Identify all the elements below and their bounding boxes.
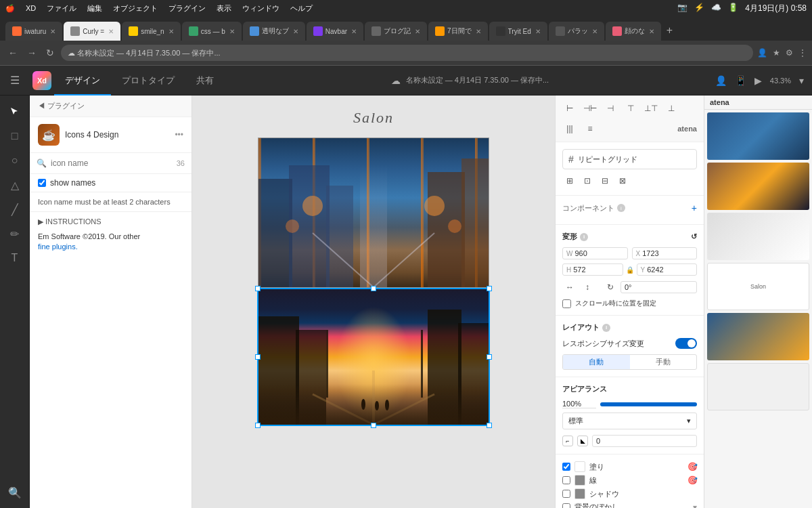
fill-picker-icon[interactable]: 🎯 bbox=[687, 462, 697, 471]
rotate-icon[interactable]: ↻ bbox=[603, 280, 618, 295]
thumb-4[interactable]: Salon bbox=[707, 263, 809, 310]
rg-option-3[interactable]: ⊟ bbox=[597, 173, 612, 188]
browser-tab-8[interactable]: Tryit Ed ✕ bbox=[489, 22, 547, 41]
opacity-bar[interactable] bbox=[600, 402, 697, 406]
browser-tab-9[interactable]: パラッ ✕ bbox=[549, 22, 604, 41]
align-bottom-button[interactable]: ⊥ bbox=[664, 101, 679, 116]
tab-close[interactable]: ✕ bbox=[476, 28, 481, 35]
browser-tab-7[interactable]: 7日間で ✕ bbox=[428, 22, 488, 41]
width-input[interactable] bbox=[574, 249, 623, 257]
address-bar[interactable]: ☁ 名称未設定 — 4月14日 7.35.00 — 保存中... bbox=[61, 45, 753, 61]
canvas-area[interactable]: Salon bbox=[192, 96, 555, 508]
browser-tab-2[interactable]: smile_n ✕ bbox=[122, 22, 180, 41]
rectangle-tool[interactable]: □ bbox=[4, 125, 26, 147]
repeat-grid-button[interactable]: # リピートグリッド bbox=[562, 149, 697, 169]
canvas-image-2[interactable] bbox=[257, 288, 490, 426]
y-input[interactable] bbox=[647, 266, 693, 274]
canvas-image-1[interactable] bbox=[258, 137, 489, 288]
new-tab-button[interactable]: + bbox=[662, 24, 677, 37]
flip-h-icon[interactable]: ↔ bbox=[562, 280, 577, 295]
browser-tab-1[interactable]: Curly = ✕ bbox=[64, 22, 120, 41]
manual-tab[interactable]: 手動 bbox=[630, 355, 697, 369]
instructions-header[interactable]: ▶ INSTRUCTIONS bbox=[38, 217, 183, 226]
icon-search-input[interactable] bbox=[51, 158, 173, 168]
rg-option-1[interactable]: ⊞ bbox=[562, 173, 577, 188]
browser-tab-10[interactable]: 顔のな ✕ bbox=[606, 22, 661, 41]
blur-checkbox[interactable] bbox=[562, 503, 570, 509]
fine-plugins-link[interactable]: fine plugins. bbox=[38, 242, 78, 251]
height-input[interactable] bbox=[573, 266, 618, 274]
tab-close[interactable]: ✕ bbox=[592, 28, 597, 35]
fill-checkbox[interactable] bbox=[562, 463, 570, 471]
layout-info-icon[interactable]: i bbox=[602, 324, 610, 332]
responsive-toggle[interactable] bbox=[675, 338, 697, 349]
align-right-button[interactable]: ⊣ bbox=[603, 101, 618, 116]
menu-icon[interactable]: ⋮ bbox=[798, 48, 807, 58]
plugin-options-menu[interactable]: ••• bbox=[175, 130, 183, 140]
tab-close[interactable]: ✕ bbox=[293, 28, 298, 35]
align-center-h-button[interactable]: ⊣⊢ bbox=[583, 101, 597, 116]
menu-file[interactable]: ファイル bbox=[47, 3, 76, 14]
browser-tab-4[interactable]: 透明なブ ✕ bbox=[243, 22, 305, 41]
menu-window[interactable]: ウィンドウ bbox=[242, 3, 279, 14]
lock-aspect-icon[interactable]: 🔒 bbox=[626, 266, 634, 274]
thumb-1[interactable] bbox=[707, 112, 809, 160]
fill-swatch[interactable] bbox=[574, 461, 585, 472]
text-tool[interactable]: T bbox=[4, 247, 26, 269]
tab-close[interactable]: ✕ bbox=[50, 28, 55, 35]
zoom-level[interactable]: 43.3% bbox=[770, 77, 791, 85]
thumb-2[interactable] bbox=[707, 163, 809, 210]
sidebar-toggle[interactable]: ☰ bbox=[0, 66, 30, 96]
extensions-icon[interactable]: ⚙ bbox=[786, 48, 793, 58]
border-swatch[interactable] bbox=[574, 475, 585, 486]
x-input[interactable] bbox=[642, 249, 693, 257]
thumb-5[interactable] bbox=[707, 313, 809, 360]
rg-option-4[interactable]: ⊠ bbox=[615, 173, 630, 188]
tab-close[interactable]: ✕ bbox=[108, 28, 114, 35]
thumb-6[interactable] bbox=[707, 363, 809, 410]
align-top-button[interactable]: ⊤ bbox=[623, 101, 638, 116]
align-left-button[interactable]: ⊢ bbox=[562, 101, 577, 116]
device-icon[interactable]: 📱 bbox=[735, 75, 746, 86]
opacity-input[interactable] bbox=[562, 400, 596, 408]
tab-close[interactable]: ✕ bbox=[415, 28, 420, 35]
pen-tool[interactable]: ✏ bbox=[4, 223, 26, 245]
distribute-h-button[interactable]: ||| bbox=[562, 121, 577, 136]
zoom-tool[interactable]: 🔍 bbox=[4, 482, 26, 503]
rotation-input[interactable] bbox=[625, 283, 693, 291]
tab-close[interactable]: ✕ bbox=[168, 28, 174, 35]
thumb-3[interactable] bbox=[707, 213, 809, 260]
component-info-icon[interactable]: i bbox=[617, 204, 625, 212]
browser-tab-5[interactable]: Navbar ✕ bbox=[307, 22, 363, 41]
apple-menu[interactable]: 🍎 bbox=[5, 4, 15, 13]
blend-mode-dropdown[interactable]: 標準 ▾ bbox=[562, 412, 697, 429]
distribute-v-button[interactable]: ≡ bbox=[583, 121, 597, 136]
browser-tab-0[interactable]: iwaturu ✕ bbox=[5, 22, 62, 41]
forward-button[interactable]: → bbox=[24, 46, 39, 60]
play-icon[interactable]: ▶ bbox=[754, 75, 762, 86]
show-names-checkbox[interactable] bbox=[38, 179, 46, 187]
menu-plugin[interactable]: プラグイン bbox=[168, 3, 206, 14]
ellipse-tool[interactable]: ○ bbox=[4, 150, 26, 171]
menu-object[interactable]: オブジェクト bbox=[113, 3, 158, 14]
flip-v-icon[interactable]: ↕ bbox=[580, 280, 595, 295]
blur-chevron[interactable]: ▾ bbox=[693, 503, 697, 509]
rg-option-2[interactable]: ⊡ bbox=[580, 173, 595, 188]
chevron-down-icon[interactable]: ▾ bbox=[799, 75, 804, 86]
auto-tab[interactable]: 自動 bbox=[563, 355, 630, 369]
tab-share[interactable]: 共有 bbox=[185, 66, 225, 96]
tab-design[interactable]: デザイン bbox=[54, 66, 111, 96]
align-center-v-button[interactable]: ⊥⊤ bbox=[644, 101, 658, 116]
menu-edit[interactable]: 編集 bbox=[87, 3, 102, 14]
triangle-tool[interactable]: △ bbox=[4, 174, 26, 196]
fixed-scroll-checkbox[interactable] bbox=[562, 299, 571, 308]
reload-button[interactable]: ↻ bbox=[43, 46, 57, 60]
tab-prototype[interactable]: プロトタイプ bbox=[111, 66, 185, 96]
border-picker-icon[interactable]: 🎯 bbox=[687, 475, 697, 485]
browser-tab-6[interactable]: ブログ記 ✕ bbox=[365, 22, 427, 41]
tab-close[interactable]: ✕ bbox=[535, 28, 541, 35]
corner-radius-input[interactable] bbox=[596, 437, 693, 445]
line-tool[interactable]: ╱ bbox=[4, 198, 26, 220]
menu-view[interactable]: 表示 bbox=[217, 3, 231, 14]
border-checkbox[interactable] bbox=[562, 476, 570, 484]
